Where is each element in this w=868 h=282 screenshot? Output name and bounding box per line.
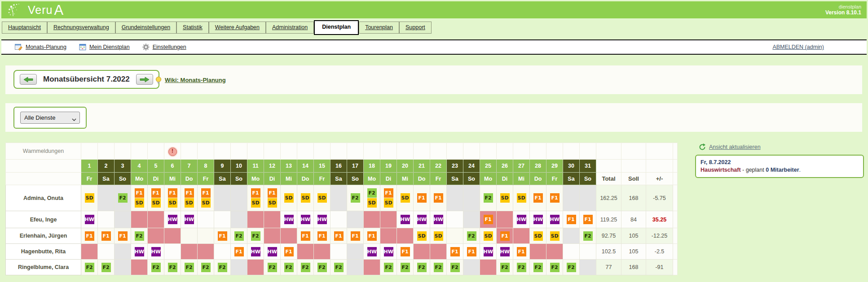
shift-cell-day-20[interactable]: F2 [397, 260, 414, 275]
shift-cell-day-26[interactable]: SD [497, 185, 513, 211]
shift-cell-day-28[interactable]: HW [530, 211, 546, 228]
shift-cell-day-30[interactable] [563, 228, 580, 244]
shift-cell-day-9[interactable]: F2 [214, 260, 231, 275]
shift-cell-day-1[interactable]: F1 [81, 228, 98, 244]
employee-name[interactable]: Admina, Onuta [6, 185, 81, 211]
shift-cell-day-30[interactable] [563, 185, 580, 211]
shift-cell-day-25[interactable]: HW [480, 244, 497, 260]
shift-cell-day-27[interactable] [513, 228, 530, 244]
next-month-button[interactable] [136, 74, 153, 85]
subnav-link[interactable]: Mein Dienstplan [89, 44, 130, 50]
shift-cell-day-9[interactable] [214, 185, 231, 211]
shift-cell-day-21[interactable]: SD [414, 228, 430, 244]
shift-cell-day-22[interactable] [430, 244, 447, 260]
employee-name[interactable]: Efeu, Inge [6, 211, 81, 228]
shift-cell-day-3[interactable]: F2 [115, 185, 131, 211]
shift-cell-day-8[interactable]: F2 [198, 260, 214, 275]
shift-cell-day-23[interactable] [447, 211, 463, 228]
shift-cell-day-29[interactable]: F1 [546, 185, 563, 211]
shift-cell-day-4[interactable]: F1SD [131, 185, 148, 211]
shift-cell-day-26[interactable] [497, 211, 513, 228]
tab-administration[interactable]: Administration [266, 22, 314, 34]
warning-icon[interactable]: ! [168, 148, 177, 156]
tab-label[interactable]: Dienstplan [322, 24, 351, 30]
subnav-item-monats-planung[interactable]: Monats-Planung [15, 43, 66, 51]
shift-cell-day-10[interactable] [231, 185, 247, 211]
shift-cell-day-1[interactable] [81, 244, 98, 260]
shift-cell-day-29[interactable]: HW [546, 211, 563, 228]
shift-cell-day-6[interactable]: F2 [164, 260, 181, 275]
tab-label[interactable]: Hauptansicht [8, 24, 41, 30]
shift-cell-day-14[interactable] [297, 244, 314, 260]
shift-cell-day-25[interactable]: F1 [480, 211, 497, 228]
shift-cell-day-23[interactable] [447, 185, 463, 211]
shift-cell-day-16[interactable]: F2 [330, 260, 347, 275]
shift-cell-day-20[interactable]: HW [397, 211, 414, 228]
shift-cell-day-24[interactable]: F2 [463, 228, 480, 244]
shift-cell-day-2[interactable] [98, 211, 115, 228]
shift-cell-day-3[interactable] [115, 260, 131, 275]
shift-cell-day-16[interactable] [330, 211, 347, 228]
service-filter-select[interactable]: Alle Dienste [20, 112, 80, 124]
shift-cell-day-13[interactable]: SD [281, 185, 297, 211]
shift-cell-day-12[interactable]: HW [264, 244, 281, 260]
shift-cell-day-27[interactable]: HW [513, 211, 530, 228]
shift-cell-day-8[interactable] [198, 244, 214, 260]
shift-cell-day-19[interactable]: F1SD [380, 185, 397, 211]
shift-cell-day-13[interactable] [281, 228, 297, 244]
shift-cell-day-21[interactable]: HW [414, 211, 430, 228]
shift-cell-day-12[interactable]: F2 [264, 260, 281, 275]
shift-cell-day-13[interactable]: F2 [281, 260, 297, 275]
shift-cell-day-2[interactable] [98, 185, 115, 211]
tab-label[interactable]: Grundeinstellungen [122, 24, 170, 30]
shift-cell-day-18[interactable]: F2SD [364, 185, 380, 211]
tab-tourenplan[interactable]: Tourenplan [359, 22, 399, 34]
shift-cell-day-14[interactable]: F2 [297, 260, 314, 275]
shift-cell-day-12[interactable]: F1SD [264, 185, 281, 211]
employee-name[interactable]: Erlenhain, Jürgen [6, 228, 81, 244]
subnav-item-mein-dienstplan[interactable]: Mein Dienstplan [79, 43, 130, 51]
shift-cell-day-31[interactable]: F2 [580, 228, 596, 244]
shift-cell-day-31[interactable] [580, 185, 596, 211]
shift-cell-day-22[interactable]: HW [430, 211, 447, 228]
shift-cell-day-3[interactable] [115, 244, 131, 260]
shift-cell-day-8[interactable]: F1SD [198, 185, 214, 211]
shift-cell-day-11[interactable]: HW [247, 244, 264, 260]
tab-support[interactable]: Support [399, 22, 432, 34]
shift-cell-day-22[interactable]: F2 [430, 260, 447, 275]
shift-cell-day-17[interactable] [347, 211, 364, 228]
tab-dienstplan[interactable]: Dienstplan [314, 20, 359, 35]
shift-cell-day-4[interactable] [131, 260, 148, 275]
shift-cell-day-7[interactable] [181, 228, 198, 244]
shift-cell-day-12[interactable] [264, 228, 281, 244]
shift-cell-day-25[interactable]: F2 [480, 185, 497, 211]
shift-cell-day-11[interactable] [247, 260, 264, 275]
tab-label[interactable]: Support [405, 24, 425, 30]
shift-cell-day-18[interactable] [364, 211, 380, 228]
shift-cell-day-5[interactable] [148, 211, 164, 228]
shift-cell-day-2[interactable]: F1 [98, 228, 115, 244]
shift-cell-day-6[interactable]: HW [164, 211, 181, 228]
shift-cell-day-31[interactable]: F1 [580, 211, 596, 228]
shift-cell-day-15[interactable] [314, 244, 330, 260]
shift-cell-day-2[interactable] [98, 244, 115, 260]
shift-cell-day-16[interactable] [330, 185, 347, 211]
shift-cell-day-28[interactable]: F2 [530, 260, 546, 275]
tab-label[interactable]: Tourenplan [365, 24, 393, 30]
shift-cell-day-18[interactable] [364, 260, 380, 275]
shift-cell-day-5[interactable]: F1SD [148, 185, 164, 211]
shift-cell-day-28[interactable] [530, 244, 546, 260]
shift-cell-day-11[interactable]: F1SD [247, 185, 264, 211]
shift-cell-day-19[interactable] [380, 228, 397, 244]
prev-month-button[interactable] [20, 74, 37, 85]
shift-cell-day-18[interactable]: F1 [364, 228, 380, 244]
shift-cell-day-10[interactable]: F2 [231, 228, 247, 244]
shift-cell-day-29[interactable] [546, 244, 563, 260]
shift-cell-day-31[interactable] [580, 244, 596, 260]
shift-cell-day-26[interactable]: F1 [497, 228, 513, 244]
employee-name[interactable]: Hagenbutte, Rita [6, 244, 81, 260]
shift-cell-day-15[interactable]: SD [314, 185, 330, 211]
shift-cell-day-15[interactable]: HW [314, 211, 330, 228]
shift-cell-day-27[interactable]: SD [513, 185, 530, 211]
shift-cell-day-9[interactable]: F1 [214, 228, 231, 244]
